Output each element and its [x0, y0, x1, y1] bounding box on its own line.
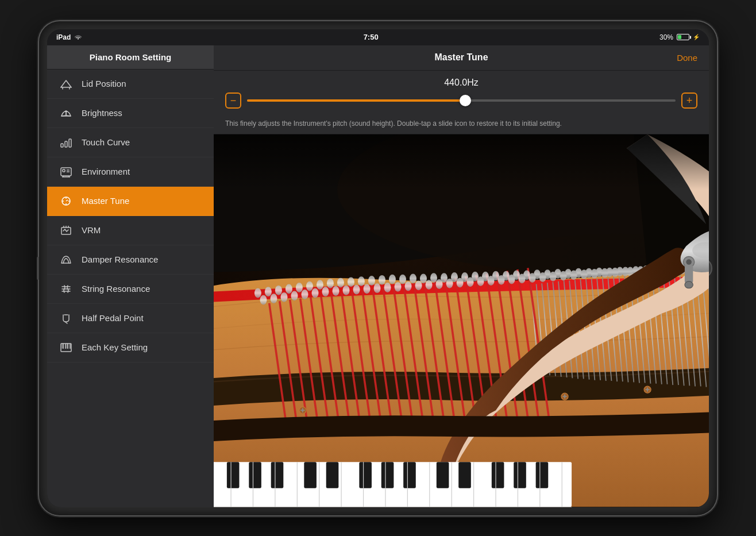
- status-bar: iPad 7:50 30% ⚡: [47, 29, 709, 45]
- sidebar-item-each-key-setting[interactable]: Each Key Setting: [47, 333, 214, 363]
- tune-value: 440.0Hz: [225, 78, 697, 88]
- sidebar-item-environment[interactable]: Environment: [47, 157, 214, 187]
- vrm-icon: [59, 223, 74, 238]
- battery-icon: [677, 34, 689, 40]
- svg-point-170: [415, 281, 422, 291]
- status-time: 7:50: [364, 33, 379, 41]
- sidebar-item-lid-position[interactable]: Lid Position: [47, 70, 214, 99]
- plus-button[interactable]: +: [681, 92, 697, 109]
- each-key-setting-icon: [59, 340, 74, 355]
- main-content: Piano Room Setting Lid Position: [47, 45, 709, 507]
- sidebar-item-master-tune[interactable]: Master Tune: [47, 187, 214, 216]
- environment-icon: [59, 164, 74, 179]
- piano-image-canvas: [214, 134, 709, 507]
- svg-point-179: [508, 275, 515, 284]
- sidebar-title: Piano Room Setting: [47, 45, 214, 70]
- svg-line-19: [66, 200, 68, 201]
- damper-resonance-icon: [59, 252, 74, 267]
- svg-point-174: [457, 278, 464, 288]
- svg-point-172: [436, 279, 443, 289]
- svg-rect-36: [67, 344, 68, 348]
- sidebar-item-touch-curve[interactable]: Touch Curve: [47, 128, 214, 157]
- status-left: iPad: [56, 33, 82, 41]
- svg-rect-217: [381, 462, 394, 488]
- master-tune-icon: [59, 194, 74, 209]
- svg-point-207: [685, 282, 693, 288]
- svg-point-111: [306, 282, 313, 291]
- svg-point-182: [539, 272, 546, 282]
- svg-point-178: [498, 275, 505, 285]
- string-resonance-icon: [59, 282, 74, 296]
- brightness-label: Brightness: [82, 108, 122, 118]
- touch-curve-icon: [59, 135, 74, 150]
- device-screen: iPad 7:50 30% ⚡: [47, 29, 709, 507]
- svg-rect-253: [214, 134, 709, 272]
- svg-point-115: [348, 277, 354, 287]
- slider-thumb[interactable]: [460, 95, 471, 106]
- svg-point-164: [353, 285, 360, 295]
- svg-rect-11: [63, 169, 65, 172]
- environment-label: Environment: [82, 167, 130, 176]
- touch-curve-label: Touch Curve: [82, 137, 130, 147]
- svg-point-184: [560, 271, 567, 281]
- svg-point-122: [420, 274, 427, 284]
- svg-point-169: [405, 282, 412, 291]
- lid-position-icon: [59, 76, 74, 91]
- svg-point-173: [446, 279, 453, 288]
- svg-point-161: [322, 287, 329, 297]
- svg-point-160: [312, 288, 319, 298]
- sidebar-item-damper-resonance[interactable]: Damper Resonance: [47, 245, 214, 275]
- slider-row: − +: [225, 92, 697, 109]
- tune-control: 440.0Hz − +: [214, 71, 709, 113]
- svg-point-176: [477, 277, 484, 287]
- lid-position-label: Lid Position: [82, 79, 126, 88]
- svg-point-167: [384, 283, 391, 292]
- svg-point-165: [364, 284, 371, 294]
- svg-point-177: [488, 276, 495, 286]
- svg-rect-214: [304, 462, 317, 488]
- svg-point-114: [337, 278, 344, 288]
- svg-rect-223: [536, 462, 549, 488]
- each-key-setting-label: Each Key Setting: [82, 342, 148, 352]
- brightness-icon: [59, 106, 74, 121]
- done-button[interactable]: Done: [669, 53, 697, 63]
- svg-point-119: [389, 275, 396, 284]
- sidebar-item-string-resonance[interactable]: String Resonance: [47, 275, 214, 304]
- minus-button[interactable]: −: [225, 92, 241, 109]
- svg-rect-218: [403, 462, 416, 488]
- master-tune-label: Master Tune: [82, 196, 129, 206]
- sidebar: Piano Room Setting Lid Position: [47, 45, 214, 507]
- svg-rect-215: [326, 462, 339, 488]
- svg-point-118: [379, 275, 385, 285]
- half-pedal-point-icon: [59, 311, 74, 326]
- sidebar-item-half-pedal-point[interactable]: Half Pedal Point: [47, 304, 214, 333]
- right-panel: Master Tune Done 440.0Hz −: [214, 45, 709, 507]
- svg-point-175: [467, 277, 474, 287]
- status-right: 30% ⚡: [659, 33, 700, 41]
- sidebar-item-vrm[interactable]: VRM: [47, 216, 214, 245]
- ipad-label: iPad: [56, 33, 71, 41]
- svg-rect-6: [69, 139, 71, 147]
- svg-point-180: [519, 274, 526, 284]
- svg-rect-5: [65, 141, 67, 147]
- battery-percent-label: 30%: [659, 33, 673, 41]
- svg-point-112: [317, 280, 323, 290]
- svg-rect-221: [492, 462, 504, 488]
- side-button[interactable]: [37, 257, 39, 280]
- damper-resonance-label: Damper Resonance: [82, 254, 158, 264]
- wifi-icon: [74, 34, 82, 41]
- piano-image-area: [214, 134, 709, 507]
- svg-rect-222: [514, 462, 526, 488]
- sidebar-item-brightness[interactable]: Brightness: [47, 99, 214, 128]
- svg-point-171: [426, 280, 433, 290]
- tune-description: This finely adjusts the Instrument's pit…: [214, 113, 709, 135]
- vrm-label: VRM: [82, 225, 101, 235]
- svg-point-120: [399, 275, 406, 284]
- charging-icon: ⚡: [693, 34, 700, 40]
- svg-rect-220: [458, 462, 471, 488]
- slider-track[interactable]: [247, 99, 676, 102]
- string-resonance-label: String Resonance: [82, 284, 150, 294]
- svg-point-113: [327, 279, 334, 288]
- svg-rect-4: [61, 144, 63, 147]
- svg-point-181: [529, 273, 536, 283]
